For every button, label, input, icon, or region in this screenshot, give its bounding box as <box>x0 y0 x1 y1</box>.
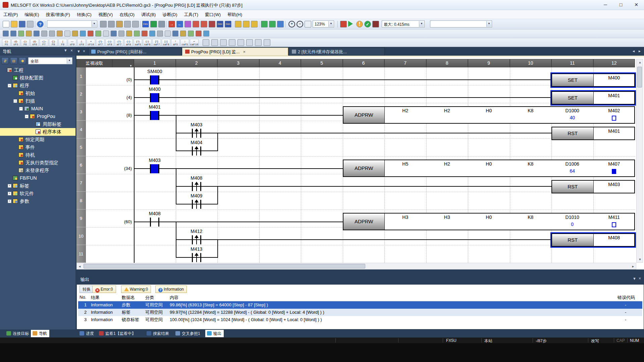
ladder-symbol-button-aF7[interactable]: -|↑|-aF7 <box>115 39 123 46</box>
ladder-symbol-button-aF5[interactable]: ↑aF5 <box>171 39 180 46</box>
rst-instruction[interactable]: RSTM403 <box>551 180 635 193</box>
toolbar2-icon-25[interactable] <box>188 31 194 37</box>
save-icon[interactable] <box>19 21 25 27</box>
zoom-out-icon[interactable]: − <box>297 21 303 27</box>
close-tab-group-icon[interactable]: × <box>83 49 85 54</box>
ladder-editor[interactable]: 监视读取▼1234567891011121234567891011(0)SM40… <box>76 57 644 269</box>
expander-collapse-icon[interactable]: − <box>25 115 29 118</box>
toolbar2-icon-17[interactable] <box>126 31 132 37</box>
menu-item-7[interactable]: 调试(B) <box>138 10 159 19</box>
close-output-icon[interactable]: × <box>639 276 641 281</box>
menu-item-3[interactable]: 搜索/替换(F) <box>43 10 73 19</box>
toolbar2-icon-22[interactable] <box>165 31 171 37</box>
ok-green-icon[interactable] <box>261 21 268 27</box>
toolbar2-icon-11[interactable] <box>80 31 86 37</box>
filter-info-button[interactable]: ?Information <box>155 286 187 293</box>
toolbar2-icon-1[interactable] <box>3 31 9 37</box>
tree-item-5[interactable]: −扫描 <box>0 97 75 105</box>
zoom-fit-icon[interactable] <box>305 21 311 27</box>
hardware-icon[interactable] <box>158 21 165 27</box>
toolbar2-icon-14[interactable] <box>103 31 109 37</box>
ladder-symbol-button-F6[interactable]: -| |-F6 <box>21 39 30 46</box>
device-batch-icon[interactable] <box>201 21 207 27</box>
note-icon[interactable] <box>237 39 244 46</box>
tree-item-7[interactable]: −ProgPou <box>0 113 75 120</box>
output-row[interactable]: 1Information步数可用空间99.86[%] (63913 [Step]… <box>78 301 642 309</box>
scrollbar-thumb[interactable] <box>637 67 642 87</box>
scroll-up-icon[interactable]: ▲ <box>637 61 643 64</box>
cut-icon[interactable] <box>100 21 107 27</box>
settings-gear-icon[interactable]: ✱ <box>19 57 26 64</box>
set-instruction[interactable]: SETM401 <box>551 91 635 105</box>
toolbar2-icon-18[interactable] <box>134 31 140 37</box>
toolbar2-icon-20[interactable] <box>149 31 155 37</box>
expander-collapse-icon[interactable]: − <box>8 84 11 87</box>
dock-tab-3[interactable]: 进度 <box>78 330 96 337</box>
ladder-delete-icon[interactable] <box>251 21 258 27</box>
comment-icon[interactable] <box>220 39 227 46</box>
ladder-symbol-button-saF7[interactable]: [↑]saF7 <box>152 39 161 46</box>
pin-icon[interactable]: ▼ <box>77 49 80 53</box>
copy-icon[interactable] <box>108 21 115 27</box>
toolbar2-icon-15[interactable] <box>111 31 117 37</box>
toolbar2-icon-10[interactable] <box>72 31 78 37</box>
print-icon[interactable] <box>27 21 34 27</box>
rst-instruction[interactable]: RSTM401 <box>551 127 635 140</box>
tree-display-icon[interactable]: ⊟ <box>10 57 17 64</box>
menu-item-9[interactable]: 工具(T) <box>180 10 202 19</box>
tree-collapse-icon[interactable]: ⇵ <box>1 57 9 64</box>
st-box-icon[interactable] <box>203 39 209 46</box>
set-instruction[interactable]: SETM400 <box>551 73 635 87</box>
ladder-symbol-button-saF8[interactable]: [↓]saF8 <box>162 39 170 46</box>
tree-item-8[interactable]: 局部标签 <box>0 120 75 128</box>
ladder-symbol-button-cF9[interactable]: ⊥cF9 <box>77 39 86 46</box>
expander-collapse-icon[interactable]: − <box>13 99 17 103</box>
help-icon[interactable]: ? <box>37 21 44 27</box>
tab-scroll-left-icon[interactable]: ◄ <box>632 49 635 53</box>
ladder-symbol-button-F9[interactable]: |F9 <box>58 39 67 46</box>
tree-item-11[interactable]: 事件 <box>0 143 75 151</box>
devtest2-icon[interactable]: Dev <box>225 21 231 27</box>
new-icon[interactable] <box>3 21 9 27</box>
tree-item-6[interactable]: −MAIN <box>0 105 75 113</box>
dock-tab-1[interactable]: 连接目标 <box>5 330 31 337</box>
rst-instruction[interactable]: RSTM408 <box>551 233 635 247</box>
minimize-button[interactable]: ─ <box>598 0 613 10</box>
chevron-down-icon[interactable]: ▼ <box>67 58 72 64</box>
ladder-symbol-button-caF5[interactable]: ↓caF5 <box>180 39 189 46</box>
edge-convert-icon[interactable] <box>246 39 253 46</box>
horizontal-scrollbar[interactable]: ◄► <box>76 263 636 269</box>
toolbar2-icon-7[interactable] <box>49 31 55 37</box>
menu-item-10[interactable]: 窗口(W) <box>202 10 224 19</box>
ladder-symbol-button-sF7[interactable]: -|↑|-sF7 <box>96 39 105 46</box>
tab-scroll-right-icon[interactable]: ► <box>638 49 641 53</box>
toolbar2-icon-23[interactable] <box>172 31 178 37</box>
wire-draw-icon[interactable] <box>255 39 262 46</box>
zoom-in-icon[interactable]: + <box>288 21 295 27</box>
dock-tab-7[interactable]: 输出 <box>205 330 224 337</box>
toolbar2-icon-19[interactable] <box>142 31 148 37</box>
ng-green-icon[interactable] <box>269 21 276 27</box>
toolbar2-icon-24[interactable] <box>180 31 186 37</box>
wire-erase-icon[interactable] <box>264 39 270 46</box>
menu-item-1[interactable]: 工程(P) <box>0 10 21 19</box>
menu-item-2[interactable]: 编辑(E) <box>21 10 42 19</box>
filter-warning-button[interactable]: Warning:0 <box>121 286 151 293</box>
run-icon[interactable] <box>348 21 353 27</box>
ladder-symbol-button-F5[interactable]: -| |-F5 <box>2 39 11 46</box>
convert-button[interactable]: 转换 <box>79 286 94 293</box>
toolbar2-icon-8[interactable] <box>57 31 63 37</box>
statement-icon[interactable] <box>229 39 235 46</box>
multi-monitor-icon[interactable] <box>340 21 347 27</box>
scroll-right-icon[interactable]: ► <box>632 265 635 268</box>
blue-block-icon[interactable] <box>277 21 284 27</box>
toolbar2-icon-21[interactable] <box>157 31 163 37</box>
expander-collapse-icon[interactable]: − <box>19 107 23 111</box>
vertical-scrollbar[interactable]: ▲▼ <box>636 59 643 263</box>
monitor-mode-dropdown[interactable]: ▼ <box>112 59 134 67</box>
ladder-symbol-button-cF10[interactable]: ×cF10 <box>87 39 95 46</box>
filter-error-button[interactable]: ✕Error:0 <box>92 286 116 293</box>
check-ok-icon[interactable]: ✓ <box>364 21 371 27</box>
chevron-down-icon[interactable]: ▼ <box>328 21 333 27</box>
expander-expand-icon[interactable]: + <box>8 199 11 203</box>
